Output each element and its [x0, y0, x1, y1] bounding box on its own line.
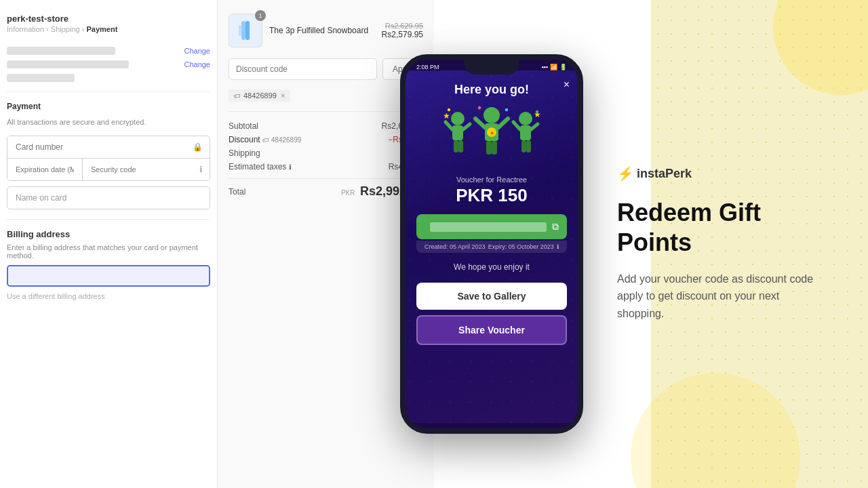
signal-icon: ▪▪▪ — [541, 64, 548, 70]
product-qty-badge: 1 — [255, 10, 266, 21]
product-prices: Rs2,629.95 Rs2,579.95 — [382, 22, 423, 39]
shipping-label: Shipping — [229, 148, 260, 158]
svg-point-18 — [519, 112, 532, 125]
name-on-card-input[interactable]: Name on card — [7, 186, 210, 209]
discount-tag: 🏷 48426899 × — [229, 89, 290, 102]
share-voucher-button[interactable]: Share Voucher — [416, 315, 567, 345]
save-to-gallery-button[interactable]: Save to Gallery — [416, 283, 567, 310]
phone-container: 2:08 PM ▪▪▪ 📶 🔋 × Here you go! — [400, 54, 583, 434]
people-svg: ★ ★ — [437, 105, 546, 166]
billing-address-input[interactable] — [7, 265, 210, 287]
billing-subtitle: Enter a billing address that matches you… — [7, 243, 210, 260]
instaperk-logo: ⚡ instaPerk — [617, 165, 827, 182]
phone-screen: × Here you go! ★ — [406, 70, 578, 423]
phone-notch — [465, 60, 519, 75]
status-icons: ▪▪▪ 📶 🔋 — [541, 64, 567, 70]
divider-1 — [7, 92, 210, 92]
svg-rect-0 — [241, 21, 245, 40]
total-currency: PKR — [341, 189, 355, 197]
shipping-field-2 — [7, 60, 129, 68]
store-name: perk-test-store — [7, 14, 210, 24]
card-bottom-row: ℹ — [7, 159, 210, 180]
checkout-panel: perk-test-store Information › Shipping ›… — [0, 0, 224, 488]
deco-circle-bottom — [631, 373, 800, 488]
breadcrumb-information: Information — [7, 25, 44, 33]
instaperk-logo-text: instaPerk — [637, 167, 692, 181]
svg-line-6 — [463, 124, 470, 129]
total-label: Total — [229, 187, 245, 197]
svg-rect-23 — [526, 140, 531, 152]
expiry-input[interactable] — [7, 159, 82, 180]
breadcrumb-payment: Payment — [86, 25, 117, 33]
product-info: The 3p Fulfilled Snowboard — [269, 26, 382, 35]
summary-lines: Subtotal Rs2,629.95 Discount 🏷 48426899 … — [229, 121, 423, 171]
secure-note: All transactions are secure and encrypte… — [7, 118, 210, 126]
status-time: 2:08 PM — [416, 64, 439, 70]
enjoy-text: We hope you enjoy it — [416, 262, 567, 272]
lock-icon: 🔒 — [186, 136, 210, 158]
modal-title: Here you go! — [416, 83, 567, 97]
svg-line-12 — [475, 119, 485, 127]
info-icon: ℹ — [193, 159, 210, 180]
product-name: The 3p Fulfilled Snowboard — [269, 26, 382, 35]
product-image: 1 — [229, 14, 262, 47]
lightning-icon: ⚡ — [617, 165, 634, 182]
taxes-label: Estimated taxes ℹ — [229, 162, 292, 171]
discount-label: Discount 🏷 48426899 — [229, 135, 301, 144]
card-input-group: 🔒 ℹ — [7, 136, 210, 181]
discount-code-input[interactable] — [229, 58, 377, 80]
billing-link[interactable]: Use a different billing address — [7, 292, 210, 300]
discount-code-row: Apply — [229, 58, 423, 80]
svg-rect-8 — [458, 140, 463, 152]
remove-tag-button[interactable]: × — [281, 92, 285, 100]
copy-icon[interactable]: ⧉ — [552, 221, 559, 232]
svg-point-3 — [451, 112, 465, 125]
card-number-row: 🔒 — [7, 136, 210, 159]
hero-title: Redeem Gift Points — [617, 198, 827, 256]
modal-close-button[interactable]: × — [564, 79, 570, 91]
svg-line-20 — [513, 122, 520, 129]
svg-line-21 — [531, 124, 538, 129]
discount-tag-row: 🏷 48426899 × — [229, 89, 423, 102]
tag-icon: 🏷 — [234, 92, 241, 100]
svg-point-10 — [484, 107, 500, 123]
hero-desc-line1: Add your voucher code as discount code — [617, 273, 813, 285]
shipping-info-row-2: Change — [7, 60, 210, 68]
svg-line-5 — [446, 122, 452, 129]
card-number-input[interactable] — [7, 136, 186, 158]
hero-desc-line2: apply to get discount on your next shopp… — [617, 290, 779, 319]
shipping-info-row-3 — [7, 74, 210, 82]
security-row: ℹ — [83, 159, 210, 180]
shipping-field-1 — [7, 47, 115, 55]
svg-rect-19 — [520, 125, 531, 140]
change-link-2[interactable]: Change — [184, 60, 210, 68]
subtotal-label: Subtotal — [229, 121, 258, 131]
svg-rect-7 — [454, 140, 458, 152]
created-date: Created: 05 April 2023 — [425, 243, 486, 250]
change-link-1[interactable]: Change — [184, 47, 210, 55]
svg-rect-22 — [521, 140, 526, 152]
svg-text:★: ★ — [490, 130, 494, 136]
wifi-icon: 📶 — [550, 64, 557, 70]
expiry-date: Expiry: 05 October 2023 — [488, 243, 554, 250]
voucher-label: Voucher for Reactree — [416, 176, 567, 184]
svg-rect-15 — [492, 141, 497, 155]
shipping-line: Shipping Free — [229, 148, 423, 158]
celebration-illustration: ★ ★ — [416, 105, 567, 166]
cvv-input[interactable] — [83, 159, 193, 180]
taxes-line: Estimated taxes ℹ Rs412.79 — [229, 162, 423, 171]
billing-title: Billing address — [7, 229, 210, 239]
voucher-code-bar — [430, 222, 547, 232]
hero-description: Add your voucher code as discount code a… — [617, 270, 827, 323]
svg-text:★: ★ — [443, 111, 450, 121]
payment-section-title: Payment — [7, 102, 210, 111]
info-icon-small: ℹ — [557, 243, 559, 250]
tag-code-text: 48426899 — [243, 92, 277, 100]
shipping-field-3 — [7, 74, 75, 82]
summary-divider — [229, 111, 423, 112]
svg-rect-27 — [505, 108, 509, 112]
breadcrumb: Information › Shipping › Payment — [7, 25, 210, 33]
divider-2 — [7, 219, 210, 220]
battery-icon: 🔋 — [559, 64, 567, 70]
shipping-info-row-1: Change — [7, 47, 210, 55]
